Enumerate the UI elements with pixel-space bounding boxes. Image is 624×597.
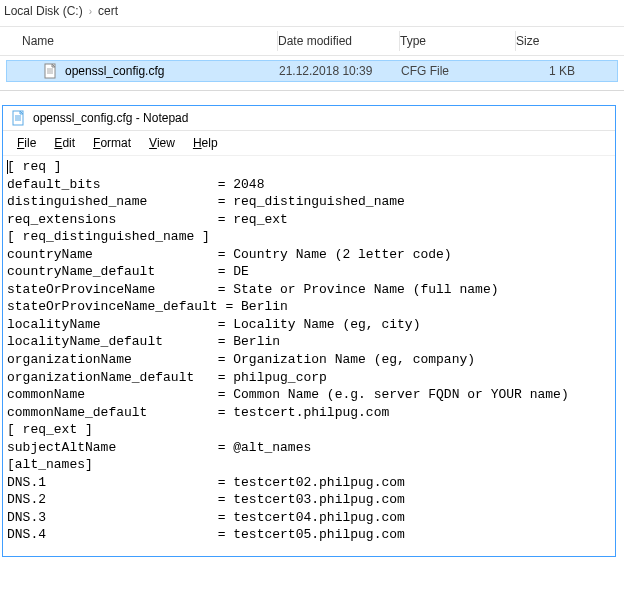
text-caret [7,160,8,174]
menu-help[interactable]: Help [185,134,226,152]
config-line: DNS.2 = testcert03.philpug.com [7,491,611,509]
config-line: commonName_default = testcert.philpug.co… [7,404,611,422]
config-line: stateOrProvinceName_default = Berlin [7,298,611,316]
config-line: distinguished_name = req_distinguished_n… [7,193,611,211]
notepad-title: openssl_config.cfg - Notepad [33,111,188,125]
config-line: [ req_distinguished_name ] [7,228,611,246]
config-line: subjectAltName = @alt_names [7,439,611,457]
config-line: DNS.4 = testcert05.philpug.com [7,526,611,544]
config-line: countryName_default = DE [7,263,611,281]
chevron-right-icon: › [87,6,94,17]
notepad-icon [11,110,27,126]
config-line: default_bits = 2048 [7,176,611,194]
config-line: localityName = Locality Name (eg, city) [7,316,611,334]
file-name: openssl_config.cfg [65,64,164,78]
file-icon [43,63,59,79]
menu-view-rest: iew [157,136,175,150]
config-line: DNS.3 = testcert04.philpug.com [7,509,611,527]
config-line: [alt_names] [7,456,611,474]
column-header-name[interactable]: Name [0,31,278,51]
explorer-pane: Local Disk (C:) › cert Name Date modifie… [0,0,624,91]
config-line: countryName = Country Name (2 letter cod… [7,246,611,264]
menu-edit-rest: dit [62,136,75,150]
config-line: organizationName_default = philpug_corp [7,369,611,387]
notepad-titlebar[interactable]: openssl_config.cfg - Notepad [3,105,615,131]
config-line: localityName_default = Berlin [7,333,611,351]
config-line: [ req ] [7,158,611,176]
config-line: organizationName = Organization Name (eg… [7,351,611,369]
notepad-window: openssl_config.cfg - Notepad File Edit F… [2,105,616,557]
explorer-column-headers: Name Date modified Type Size [0,26,624,56]
menu-help-rest: elp [202,136,218,150]
config-line: req_extensions = req_ext [7,211,611,229]
breadcrumb[interactable]: Local Disk (C:) › cert [0,0,624,26]
file-type: CFG File [401,64,517,78]
column-header-type[interactable]: Type [400,31,516,51]
file-date: 21.12.2018 10:39 [279,64,401,78]
config-line: commonName = Common Name (e.g. server FQ… [7,386,611,404]
menu-format[interactable]: Format [85,134,139,152]
notepad-menubar: File Edit Format View Help [3,131,615,156]
column-header-date[interactable]: Date modified [278,31,400,51]
menu-file-rest: ile [24,136,36,150]
config-line: DNS.1 = testcert02.philpug.com [7,474,611,492]
breadcrumb-part[interactable]: Local Disk (C:) [4,4,83,18]
menu-format-rest: ormat [100,136,131,150]
config-line: stateOrProvinceName = State or Province … [7,281,611,299]
config-line: [ req_ext ] [7,421,611,439]
breadcrumb-part[interactable]: cert [98,4,118,18]
menu-edit[interactable]: Edit [46,134,83,152]
file-row-selected[interactable]: openssl_config.cfg 21.12.2018 10:39 CFG … [6,60,618,82]
menu-file[interactable]: File [9,134,44,152]
file-size: 1 KB [517,64,583,78]
column-header-size[interactable]: Size [516,31,588,51]
notepad-text-area[interactable]: [ req ]default_bits = 2048distinguished_… [3,156,615,556]
menu-view[interactable]: View [141,134,183,152]
